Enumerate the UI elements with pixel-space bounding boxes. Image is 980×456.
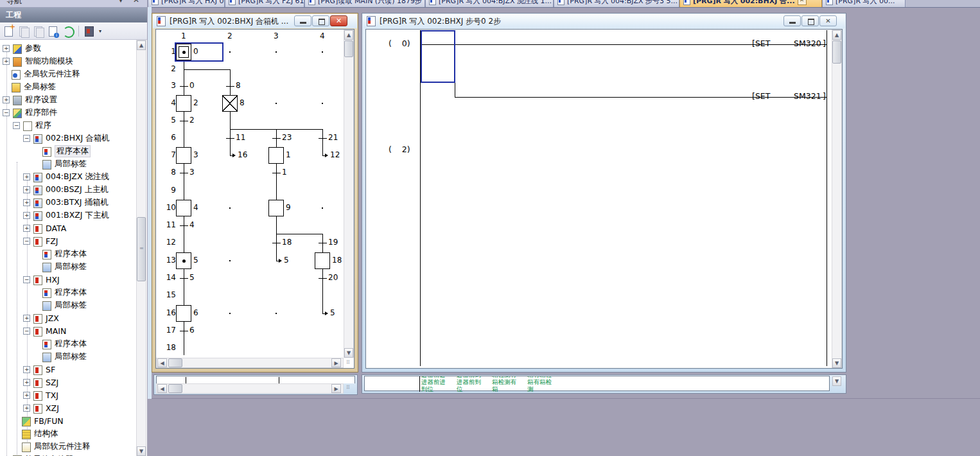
sfc-transition[interactable]: [319, 243, 327, 243]
sfc-step[interactable]: [176, 252, 191, 269]
set-instruction[interactable]: [SET: [752, 39, 770, 48]
sfc-transition[interactable]: [180, 173, 188, 173]
document-tab-2[interactable]: [PRG]R 写入 FZJ 618步: [225, 0, 304, 7]
close-button[interactable]: ✕: [819, 15, 837, 26]
document-tab-7[interactable]: [PRG]R 写入 00...: [822, 0, 906, 7]
tree-item-main[interactable]: −MAIN: [23, 324, 66, 337]
tree-item--[interactable]: −程序部件: [3, 106, 57, 119]
copy-button[interactable]: [17, 25, 30, 37]
tree-item--[interactable]: 局部标签: [33, 157, 87, 170]
ladder-cell-cursor[interactable]: [421, 30, 455, 83]
sfc-transition[interactable]: [226, 138, 234, 139]
strip-scroll-left-arrow[interactable]: ◀: [157, 384, 167, 393]
sfc-jump-icon[interactable]: [322, 308, 323, 313]
collapse-minus-icon[interactable]: −: [23, 238, 30, 245]
minimize-button[interactable]: [783, 15, 801, 26]
collapse-minus-icon[interactable]: −: [23, 276, 30, 283]
tree-item--[interactable]: +智能功能模块: [3, 55, 73, 67]
refresh-button[interactable]: [62, 25, 74, 37]
tree-item--[interactable]: +程序设置: [3, 93, 57, 106]
set-operand[interactable]: SM320: [794, 39, 821, 48]
set-instruction[interactable]: [SET: [752, 91, 770, 101]
paste-button[interactable]: [32, 25, 44, 37]
sfc-scroll-right-arrow[interactable]: ▶: [331, 358, 341, 367]
expand-plus-icon[interactable]: +: [23, 392, 30, 399]
sfc-scroll-up-arrow[interactable]: ▲: [344, 30, 353, 40]
sfc-jump-icon[interactable]: [276, 255, 277, 261]
document-tab-6[interactable]: [PRG]R 写入 002:BHXJ 合...✕: [679, 0, 822, 7]
tree-item-txj[interactable]: +TXJ: [23, 389, 58, 401]
tree-item--[interactable]: 程序本体: [33, 337, 87, 350]
sfc-transition[interactable]: [226, 86, 234, 87]
tree-item--[interactable]: 结构体: [13, 427, 58, 440]
sfc-transition[interactable]: [272, 173, 281, 173]
tab-close-icon[interactable]: ✕: [798, 0, 807, 5]
tree-item-000-bszj-[interactable]: +000:BSZJ 上主机: [23, 183, 109, 196]
expand-plus-icon[interactable]: +: [3, 45, 10, 52]
tree-item-xzj[interactable]: +XZJ: [23, 401, 59, 414]
tree-item-003-btxj-[interactable]: +003:BTXJ 捅箱机: [23, 196, 109, 209]
restore-button[interactable]: [801, 15, 819, 26]
document-tab-5[interactable]: [PRG]R 写入 004:BJZX 步号3 5...: [554, 0, 679, 7]
expand-plus-icon[interactable]: +: [23, 315, 30, 322]
expand-plus-icon[interactable]: +: [3, 96, 10, 103]
ladder-vscrollbar[interactable]: ▲ ▼: [832, 30, 842, 368]
sfc-hscrollbar[interactable]: ◀ ▶: [156, 358, 344, 368]
tree-item--[interactable]: +软元件存储器: [3, 453, 73, 456]
tree-item-jzx[interactable]: +JZX: [23, 311, 59, 324]
tree-item--[interactable]: +参数: [3, 42, 41, 55]
sfc-jump-icon[interactable]: [322, 150, 323, 155]
sfc-transition[interactable]: [319, 278, 327, 279]
sfc-step[interactable]: [268, 200, 284, 216]
panel-dock-buttons[interactable]: ▾ ✕: [119, 0, 143, 4]
collapse-minus-icon[interactable]: −: [13, 122, 20, 129]
tree-item--[interactable]: 局部标签: [33, 350, 87, 363]
property-button[interactable]: i: [47, 25, 59, 37]
ladder-canvas[interactable]: ( 0)( 2)[SETSM320][SETSM321]: [367, 30, 832, 368]
sfc-reset-step[interactable]: [222, 95, 238, 112]
strip-scroll-right-arrow[interactable]: ▶: [331, 384, 341, 393]
minimize-button[interactable]: [294, 15, 311, 26]
dropdown-arrow-icon[interactable]: ▾: [99, 28, 101, 34]
sfc-transition[interactable]: [180, 331, 188, 331]
tree-item-004-bjzx-[interactable]: +004:BJZX 浇注线: [23, 170, 109, 183]
sfc-transition[interactable]: [180, 225, 188, 226]
sfc-scroll-left-arrow[interactable]: ◀: [157, 358, 167, 367]
expand-plus-icon[interactable]: +: [23, 199, 30, 206]
tree-scroll-thumb[interactable]: ≡: [137, 217, 146, 281]
strip-left-hscrollbar[interactable]: ◀ ▶: [156, 383, 344, 394]
sfc-vscroll-thumb[interactable]: [344, 40, 353, 57]
tree-scroll-up-arrow[interactable]: ▲: [137, 40, 146, 50]
sfc-canvas[interactable]: 1234123456789101112131415161718082112321…: [157, 30, 344, 358]
close-button[interactable]: ✕: [330, 15, 347, 26]
tree-item-szj[interactable]: +SZJ: [23, 376, 58, 389]
tree-scrollbar[interactable]: ▲ ≡ ▼: [136, 40, 146, 456]
restore-button[interactable]: [312, 15, 329, 26]
tree-item--[interactable]: 程序本体: [33, 145, 91, 157]
expand-plus-icon[interactable]: +: [23, 405, 30, 412]
sfc-hscroll-thumb[interactable]: [168, 358, 182, 367]
sfc-transition[interactable]: [180, 86, 188, 87]
sfc-step[interactable]: [315, 252, 330, 269]
tree-scroll-down-arrow[interactable]: ▼: [137, 446, 146, 456]
strip-hscroll-thumb[interactable]: [168, 384, 182, 393]
ladder-vscroll-thumb[interactable]: [832, 40, 841, 64]
expand-plus-icon[interactable]: +: [23, 379, 30, 386]
document-tab-1[interactable]: [PRG]R 写入 HXJ 009步: [148, 0, 225, 7]
document-tab-3[interactable]: [PRG]读取 MAIN (只读) 1879步: [304, 0, 425, 7]
new-data-button[interactable]: +: [3, 25, 15, 37]
sfc-transition[interactable]: [272, 243, 281, 243]
sfc-step[interactable]: [268, 147, 284, 164]
tree-item--[interactable]: 局部标签: [33, 299, 87, 311]
sfc-step[interactable]: [176, 305, 191, 322]
sfc-jump-icon[interactable]: [230, 150, 231, 155]
sfc-transition[interactable]: [272, 138, 281, 139]
sfc-selection-cursor[interactable]: [175, 42, 223, 62]
expand-plus-icon[interactable]: +: [23, 173, 30, 180]
tree-item--[interactable]: 局部标签: [33, 260, 87, 273]
sfc-step[interactable]: [176, 95, 191, 112]
ladder-window-titlebar[interactable]: [PRG]R 写入 002:BHXJ 步号0 2步: [363, 14, 845, 28]
ladder-scroll-up-arrow[interactable]: ▲: [832, 30, 841, 40]
ladder-scroll-down-arrow[interactable]: ▼: [832, 358, 841, 368]
expand-plus-icon[interactable]: +: [23, 366, 30, 373]
